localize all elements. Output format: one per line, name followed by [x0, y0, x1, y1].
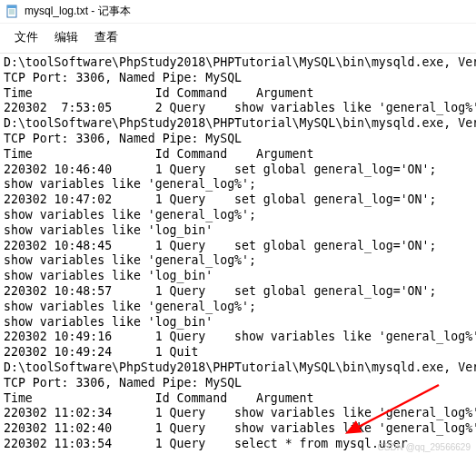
log-line: Time Id Command Argument: [4, 391, 472, 407]
log-line: Time Id Command Argument: [4, 147, 472, 163]
text-content-area[interactable]: D:\toolSoftware\PhpStudy2018\PHPTutorial…: [0, 54, 476, 454]
menu-edit[interactable]: 编辑: [47, 27, 85, 47]
watermark: CSDN @qq_29566629: [378, 442, 471, 452]
log-line: 220302 11:02:34 1 Query show variables l…: [4, 406, 472, 421]
notepad-icon: [5, 5, 20, 19]
log-line: show variables like 'log_bin': [4, 315, 472, 331]
log-line: D:\toolSoftware\PhpStudy2018\PHPTutorial…: [4, 116, 472, 132]
log-line: Time Id Command Argument: [4, 86, 472, 102]
log-line: 220302 10:48:45 1 Query set global gener…: [4, 239, 472, 254]
window-title: mysql_log.txt - 记事本: [25, 4, 131, 19]
log-line: show variables like 'general_log%';: [4, 208, 472, 223]
log-line: TCP Port: 3306, Named Pipe: MySQL: [4, 132, 472, 147]
window-titlebar: mysql_log.txt - 记事本: [0, 0, 476, 24]
log-line: 220302 10:49:16 1 Query show variables l…: [4, 330, 472, 345]
log-line: show variables like 'general_log%';: [4, 177, 472, 192]
log-line: TCP Port: 3306, Named Pipe: MySQL: [4, 71, 472, 86]
svg-rect-1: [7, 5, 16, 8]
log-line: show variables like 'log_bin': [4, 269, 472, 284]
log-line: 220302 10:49:24 1 Quit: [4, 345, 472, 360]
menu-view[interactable]: 查看: [87, 27, 125, 47]
log-line: show variables like 'general_log%';: [4, 300, 472, 315]
log-line: D:\toolSoftware\PhpStudy2018\PHPTutorial…: [4, 360, 472, 376]
log-line: 220302 10:46:40 1 Query set global gener…: [4, 163, 472, 178]
log-line: 220302 10:48:57 1 Query set global gener…: [4, 284, 472, 300]
log-line: 220302 10:47:02 1 Query set global gener…: [4, 192, 472, 208]
log-line: 220302 7:53:05 2 Query show variables li…: [4, 101, 472, 116]
log-line: show variables like 'general_log%';: [4, 253, 472, 269]
menu-bar: 文件 编辑 查看: [0, 24, 476, 54]
log-line: show variables like 'log_bin': [4, 223, 472, 239]
log-line: D:\toolSoftware\PhpStudy2018\PHPTutorial…: [4, 55, 472, 71]
log-line: TCP Port: 3306, Named Pipe: MySQL: [4, 376, 472, 391]
menu-file[interactable]: 文件: [7, 27, 45, 47]
log-line: 220302 11:02:40 1 Query show variables l…: [4, 421, 472, 437]
